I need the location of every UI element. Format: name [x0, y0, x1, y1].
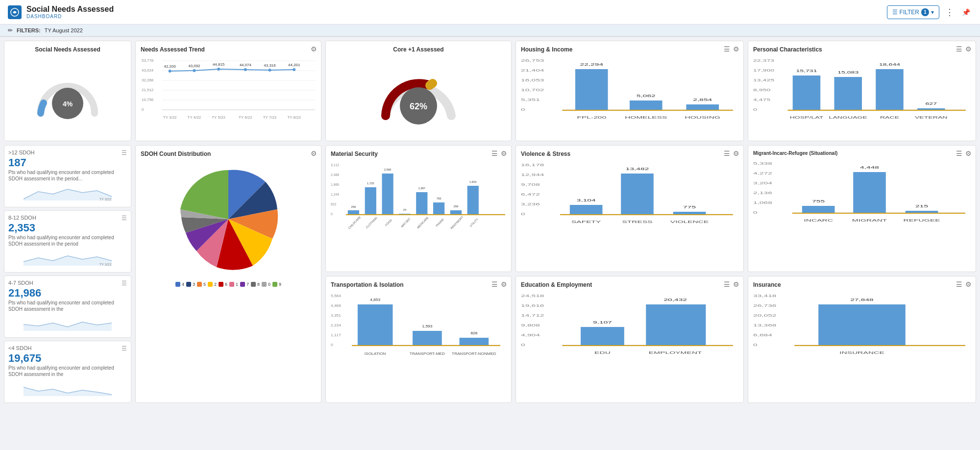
sdoh-gt12-filter-icon[interactable]: ☰: [122, 150, 127, 156]
svg-text:HOUSING: HOUSING: [685, 116, 720, 120]
sdoh-lt4-desc: Pts who had qualifying encounter and com…: [8, 365, 127, 377]
settings-icon[interactable]: ⚙: [733, 45, 739, 53]
svg-text:22,373: 22,373: [753, 59, 774, 63]
transport-bar-svg: 5,584 4,468 3,351 2,234 1,117 0 4,653 IS…: [331, 291, 506, 370]
svg-rect-155: [413, 331, 442, 345]
svg-text:828: 828: [470, 331, 477, 335]
insurance-card-actions: ☰ ⚙: [956, 280, 972, 288]
legend-6: 6: [219, 282, 227, 287]
svg-text:HOMELESS: HOMELESS: [625, 116, 667, 120]
svg-rect-59: [793, 75, 821, 110]
legend-9: 9: [272, 282, 281, 287]
svg-text:27,848: 27,848: [850, 298, 874, 302]
trend-card-actions: ⚙: [311, 45, 317, 53]
legend-5: 5: [197, 282, 206, 287]
svg-rect-118: [570, 205, 603, 214]
logo-icon: [10, 8, 19, 17]
svg-text:2,488: 2,488: [331, 173, 339, 176]
filter-icon[interactable]: ☰: [491, 150, 498, 157]
svg-text:627: 627: [926, 102, 937, 106]
settings-icon[interactable]: ⚙: [733, 150, 739, 157]
sdoh-lt4-filter-icon[interactable]: ☰: [122, 345, 127, 352]
svg-text:HOSP/LAT: HOSP/LAT: [790, 116, 824, 120]
more-options-button[interactable]: ⋮: [943, 5, 956, 20]
header-title-area: Social Needs Assessed DASHBOARD: [26, 5, 887, 19]
svg-point-15: [169, 70, 172, 73]
violence-stress-card: Violence & Stress ☰ ⚙ 16,178 12,944 9,70…: [515, 145, 744, 272]
transport-card-title: Transportation & Isolation: [331, 281, 506, 288]
filter-icon[interactable]: ☰: [956, 280, 962, 288]
svg-text:215: 215: [915, 204, 928, 208]
pin-button[interactable]: 📌: [960, 6, 972, 18]
svg-rect-124: [673, 212, 706, 214]
svg-rect-42: [575, 69, 608, 110]
pie-chart-container: 4 3 5 2 6: [141, 160, 316, 287]
svg-text:1,866: 1,866: [331, 183, 339, 186]
filter-button[interactable]: ☰ FILTER 1 ▾: [887, 5, 939, 19]
filter-icon[interactable]: ☰: [724, 45, 730, 53]
svg-text:2,136: 2,136: [753, 191, 772, 195]
filter-icon[interactable]: ☰: [724, 150, 730, 157]
sdoh-pie-svg: [170, 160, 287, 278]
svg-rect-89: [365, 187, 376, 214]
core-card-title: Core +1 Assessed: [393, 46, 443, 53]
chevron-down-icon: ▾: [931, 9, 934, 16]
migrant-chart: 5,338 4,272 3,204 2,136 1,068 0 755 INCA…: [753, 159, 971, 239]
material-security-card: Material Security ☰ ⚙ 3,112 2,488 1,866 …: [325, 145, 512, 272]
settings-icon[interactable]: ⚙: [501, 280, 507, 288]
svg-text:PHONE: PHONE: [435, 218, 444, 227]
app-logo: [8, 5, 22, 19]
svg-text:33,418: 33,418: [753, 294, 777, 298]
svg-text:755: 755: [812, 200, 825, 203]
education-bar-svg: 24,518 19,616 14,712 9,808 4,904 0 9,107…: [521, 291, 738, 370]
svg-text:0: 0: [753, 211, 758, 215]
settings-icon[interactable]: ⚙: [965, 280, 972, 288]
svg-text:UTILITY: UTILITY: [469, 218, 479, 227]
svg-text:4,475: 4,475: [753, 98, 770, 102]
settings-icon[interactable]: ⚙: [311, 45, 317, 53]
svg-text:1,068: 1,068: [753, 201, 772, 205]
svg-text:20,432: 20,432: [663, 298, 687, 302]
settings-icon[interactable]: ⚙: [965, 150, 972, 157]
svg-text:TY 3/22: TY 3/22: [99, 263, 111, 266]
svg-text:3,112: 3,112: [331, 163, 339, 167]
svg-text:FPL-200: FPL-200: [577, 116, 607, 120]
settings-icon[interactable]: ⚙: [501, 150, 507, 157]
legend-dot-7: [240, 282, 245, 287]
svg-text:4,904: 4,904: [521, 333, 540, 337]
svg-rect-68: [917, 108, 945, 110]
svg-text:44,201: 44,201: [288, 63, 300, 67]
legend-label-4: 4: [182, 282, 184, 287]
sdoh-lt4-number: 19,675: [8, 352, 127, 365]
svg-text:0: 0: [521, 108, 525, 112]
filter-icon[interactable]: ☰: [491, 280, 498, 288]
svg-text:EDU: EDU: [594, 351, 611, 355]
settings-icon[interactable]: ⚙: [965, 45, 972, 53]
svg-text:20,052: 20,052: [753, 314, 777, 318]
sna-gauge-area: 4%: [33, 56, 102, 136]
svg-text:5,584: 5,584: [331, 294, 342, 298]
svg-marker-76: [24, 322, 112, 331]
sdoh-lt4-title: <4 SDOH: [8, 345, 31, 351]
settings-icon[interactable]: ⚙: [311, 150, 317, 157]
svg-text:9,708: 9,708: [521, 183, 540, 187]
filter-value: TY August 2022: [45, 27, 83, 33]
svg-text:62%: 62%: [410, 101, 427, 111]
legend-dot-9: [272, 282, 277, 287]
filter-icon[interactable]: ☰: [724, 280, 730, 288]
filter-icon[interactable]: ☰: [956, 45, 962, 53]
housing-bar-svg: 26,753 21,404 16,053 10,702 5,351 0 22,2…: [521, 56, 738, 134]
svg-text:10,756: 10,756: [142, 98, 154, 102]
svg-point-19: [269, 69, 271, 72]
sdoh-4-7-filter-icon[interactable]: ☰: [122, 280, 127, 287]
svg-text:44,074: 44,074: [240, 63, 252, 67]
settings-icon[interactable]: ⚙: [733, 280, 739, 288]
svg-rect-107: [467, 186, 479, 214]
sdoh-8-12-filter-icon[interactable]: ☰: [122, 215, 127, 222]
material-card-title: Material Security: [331, 150, 506, 157]
pie-legend: 4 3 5 2 6: [175, 282, 281, 287]
svg-rect-104: [450, 210, 462, 214]
material-card-actions: ☰ ⚙: [491, 150, 507, 157]
legend-label-3: 3: [193, 282, 195, 287]
filter-icon[interactable]: ☰: [956, 150, 962, 157]
